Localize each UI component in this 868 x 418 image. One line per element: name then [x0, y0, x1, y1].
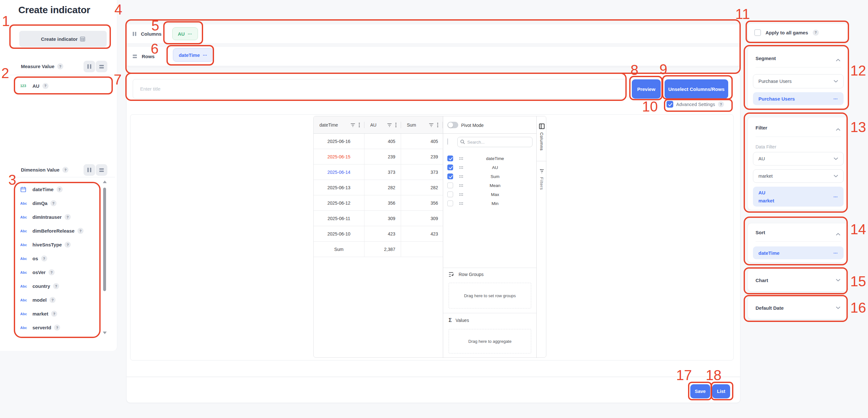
filter-chip[interactable]: AU market ⋯	[753, 187, 844, 206]
pivot-field-row[interactable]: Sum	[443, 172, 537, 181]
title-input[interactable]	[133, 79, 627, 99]
chevron-up-icon[interactable]	[836, 57, 840, 63]
columns-drop-row[interactable]: Columns	[127, 24, 740, 43]
dimension-item-help-badge[interactable]: ?	[78, 228, 84, 234]
measure-item-au[interactable]: 123 AU ?	[14, 80, 110, 92]
dimension-item-help-badge[interactable]: ?	[51, 200, 57, 206]
table-row[interactable]: 2025-06-14 373 373	[314, 164, 443, 180]
rows-drop-row[interactable]: Rows	[127, 47, 740, 66]
dimension-item-help-badge[interactable]: ?	[65, 214, 71, 220]
chip-more-icon[interactable]: ⋯	[203, 52, 208, 58]
pivot-field-row[interactable]: Min	[443, 199, 537, 208]
advanced-settings-checkbox[interactable]	[666, 101, 673, 108]
table-row[interactable]: 2025-06-13 282 282	[314, 180, 443, 195]
drag-handle-icon[interactable]	[459, 192, 463, 197]
dimension-list-item[interactable]: Abc dimIntrauser ?	[14, 210, 101, 224]
scrollbar-thumb[interactable]	[103, 188, 106, 291]
chevron-up-icon[interactable]	[836, 231, 840, 237]
chart-card[interactable]: Chart	[747, 268, 848, 292]
pivot-mode-toggle[interactable]	[447, 122, 458, 128]
advanced-settings-help-badge[interactable]: ?	[718, 101, 724, 107]
pivot-search-input[interactable]	[457, 137, 532, 147]
dimension-list-item[interactable]: Abc country ?	[14, 279, 101, 293]
dimension-list-item[interactable]: Abc osVer ?	[14, 265, 101, 279]
values-dropzone[interactable]: Drag here to aggregate	[448, 329, 531, 353]
dimension-item-help-badge[interactable]: ?	[57, 186, 63, 192]
table-row[interactable]: 2025-06-11 309 309	[314, 211, 443, 226]
default-date-card[interactable]: Default Date	[747, 296, 848, 319]
filter-icon[interactable]	[387, 123, 392, 127]
measure-item-help-badge[interactable]: ?	[42, 83, 49, 89]
filter-select-market[interactable]: market	[753, 169, 844, 183]
filter-icon[interactable]	[429, 123, 434, 127]
tab-filters[interactable]: Filters	[537, 162, 547, 206]
grid-header-datetime[interactable]: dateTime	[314, 116, 365, 134]
preview-button[interactable]: Preview	[632, 79, 661, 99]
field-checkbox[interactable]	[447, 183, 453, 188]
chevron-up-icon[interactable]	[836, 126, 840, 132]
apply-all-games-checkbox[interactable]	[754, 29, 761, 36]
dimension-item-help-badge[interactable]: ?	[41, 255, 47, 261]
dimension-list-item[interactable]: Abc dimBeforeRelease ?	[14, 224, 101, 238]
column-chip-au[interactable]: AU ⋯	[172, 27, 198, 40]
save-button[interactable]: Save	[690, 384, 710, 398]
apply-all-help-badge[interactable]: ?	[813, 30, 819, 36]
dimension-item-help-badge[interactable]: ?	[65, 242, 71, 248]
drag-handle-icon[interactable]	[459, 164, 463, 170]
field-checkbox[interactable]	[447, 192, 453, 197]
dimension-item-help-badge[interactable]: ?	[51, 311, 57, 317]
select-all-checkbox[interactable]	[447, 138, 448, 144]
dimension-list-item[interactable]: Abc dimQa ?	[14, 196, 101, 210]
kebab-menu-icon[interactable]	[395, 122, 397, 128]
drag-handle-icon[interactable]	[459, 200, 463, 206]
unselect-columns-rows-button[interactable]: Unselect Columns/Rows	[664, 79, 728, 99]
create-indicator-button[interactable]: Create indicator	[19, 31, 107, 47]
row-groups-dropzone[interactable]: Drag here to set row groups	[448, 283, 531, 309]
field-checkbox[interactable]	[447, 173, 453, 179]
sort-chip[interactable]: dateTime ⋯	[753, 247, 844, 259]
segment-select[interactable]: Purchase Users	[753, 74, 844, 88]
chip-more-icon[interactable]: ⋯	[833, 96, 838, 101]
table-row[interactable]: 2025-06-15 239 239	[314, 149, 443, 164]
kebab-menu-icon[interactable]	[437, 122, 438, 128]
chip-more-icon[interactable]: ⋯	[833, 250, 838, 255]
measure-column-layout-button[interactable]	[84, 61, 95, 72]
scrollbar-up-arrow[interactable]	[103, 181, 107, 183]
kebab-menu-icon[interactable]	[359, 122, 360, 128]
chip-more-icon[interactable]: ⋯	[188, 31, 192, 36]
dimension-list-item[interactable]: Abc model ?	[14, 293, 101, 307]
drag-handle-icon[interactable]	[459, 183, 463, 188]
measure-help-badge[interactable]: ?	[57, 63, 63, 69]
filter-icon[interactable]	[350, 123, 355, 127]
dimension-item-help-badge[interactable]: ?	[50, 297, 56, 303]
field-checkbox[interactable]	[447, 164, 453, 170]
table-row[interactable]: 2025-06-10 423 423	[314, 226, 443, 242]
dimension-list-item[interactable]: Abc serverId ?	[14, 321, 101, 334]
dimension-item-help-badge[interactable]: ?	[53, 283, 59, 289]
pivot-field-row[interactable]: Mean	[443, 181, 537, 190]
dimension-row-layout-button[interactable]	[96, 164, 107, 176]
pivot-field-row[interactable]: AU	[443, 163, 537, 172]
table-row[interactable]: 2025-06-16 405 405	[314, 134, 443, 149]
pivot-field-row[interactable]: dateTime	[443, 154, 537, 163]
measure-row-layout-button[interactable]	[96, 61, 107, 72]
dimension-help-badge[interactable]: ?	[62, 167, 68, 173]
dimension-item-help-badge[interactable]: ?	[49, 269, 55, 275]
pivot-field-row[interactable]: Max	[443, 190, 537, 199]
table-row[interactable]: 2025-06-12 356 356	[314, 195, 443, 211]
list-button[interactable]: List	[712, 384, 730, 398]
scrollbar-down-arrow[interactable]	[103, 331, 107, 334]
tab-columns[interactable]: Columns	[537, 116, 547, 161]
drag-handle-icon[interactable]	[459, 173, 463, 179]
dimension-list-item[interactable]: Abc hiveSnsType ?	[14, 238, 101, 252]
drag-handle-icon[interactable]	[459, 156, 463, 161]
dimension-list-item[interactable]: Abc dateTime ?	[14, 183, 101, 196]
grid-header-au[interactable]: AU	[365, 116, 401, 134]
grid-header-sum[interactable]: Sum	[401, 116, 443, 134]
field-checkbox[interactable]	[447, 156, 453, 161]
dimension-item-help-badge[interactable]: ?	[54, 324, 60, 331]
segment-chip[interactable]: Purchase Users ⋯	[753, 92, 844, 105]
dimension-column-layout-button[interactable]	[84, 164, 95, 176]
chip-more-icon[interactable]: ⋯	[833, 194, 838, 199]
dimension-list-item[interactable]: Abc market ?	[14, 307, 101, 321]
